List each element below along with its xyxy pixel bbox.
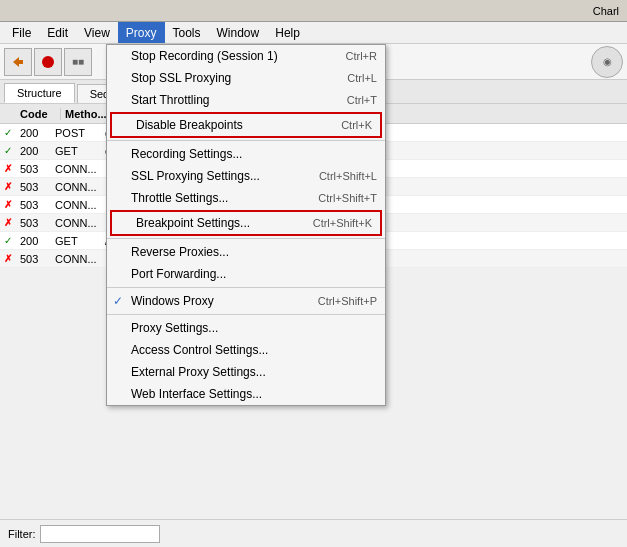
- menu-disable-breakpoints-shortcut: Ctrl+K: [341, 119, 372, 131]
- menu-reverse-proxies[interactable]: Reverse Proxies...: [107, 241, 385, 263]
- menu-windows-proxy-shortcut: Ctrl+Shift+P: [318, 295, 377, 307]
- menu-port-forwarding-label: Port Forwarding...: [131, 267, 226, 281]
- menu-recording-settings[interactable]: Recording Settings...: [107, 143, 385, 165]
- menu-breakpoint-settings[interactable]: Breakpoint Settings... Ctrl+Shift+K: [112, 212, 380, 234]
- menu-recording-settings-label: Recording Settings...: [131, 147, 242, 161]
- menu-access-control[interactable]: Access Control Settings...: [107, 339, 385, 361]
- separator-3: [107, 287, 385, 288]
- menu-stop-recording-shortcut: Ctrl+R: [346, 50, 377, 62]
- menu-throttle-settings-shortcut: Ctrl+Shift+T: [318, 192, 377, 204]
- menu-breakpoint-settings-shortcut: Ctrl+Shift+K: [313, 217, 372, 229]
- menu-start-throttling[interactable]: Start Throttling Ctrl+T: [107, 89, 385, 111]
- separator-4: [107, 314, 385, 315]
- menu-stop-ssl-shortcut: Ctrl+L: [347, 72, 377, 84]
- menu-ssl-proxying-settings-shortcut: Ctrl+Shift+L: [319, 170, 377, 182]
- menu-stop-ssl[interactable]: Stop SSL Proxying Ctrl+L: [107, 67, 385, 89]
- menu-web-interface[interactable]: Web Interface Settings...: [107, 383, 385, 405]
- proxy-dropdown-menu: Stop Recording (Session 1) Ctrl+R Stop S…: [106, 44, 386, 406]
- menu-access-control-label: Access Control Settings...: [131, 343, 268, 357]
- separator-1: [107, 140, 385, 141]
- menu-external-proxy-label: External Proxy Settings...: [131, 365, 266, 379]
- title-text: Charl: [593, 5, 619, 17]
- menu-breakpoint-settings-label: Breakpoint Settings...: [136, 216, 250, 230]
- menu-throttle-settings-label: Throttle Settings...: [131, 191, 228, 205]
- menu-disable-breakpoints[interactable]: Disable Breakpoints Ctrl+K: [112, 114, 380, 136]
- menu-start-throttling-shortcut: Ctrl+T: [347, 94, 377, 106]
- menu-proxy-settings[interactable]: Proxy Settings...: [107, 317, 385, 339]
- menu-stop-recording-label: Stop Recording (Session 1): [131, 49, 278, 63]
- menu-windows-proxy[interactable]: ✓ Windows Proxy Ctrl+Shift+P: [107, 290, 385, 312]
- menu-ssl-proxying-settings-label: SSL Proxying Settings...: [131, 169, 260, 183]
- menu-proxy-settings-label: Proxy Settings...: [131, 321, 218, 335]
- menu-ssl-proxying-settings[interactable]: SSL Proxying Settings... Ctrl+Shift+L: [107, 165, 385, 187]
- menu-port-forwarding[interactable]: Port Forwarding...: [107, 263, 385, 285]
- title-bar: Charl: [0, 0, 627, 22]
- menu-stop-ssl-label: Stop SSL Proxying: [131, 71, 231, 85]
- menu-reverse-proxies-label: Reverse Proxies...: [131, 245, 229, 259]
- menu-stop-recording[interactable]: Stop Recording (Session 1) Ctrl+R: [107, 45, 385, 67]
- menu-external-proxy[interactable]: External Proxy Settings...: [107, 361, 385, 383]
- separator-2: [107, 238, 385, 239]
- menu-web-interface-label: Web Interface Settings...: [131, 387, 262, 401]
- menu-windows-proxy-label: Windows Proxy: [131, 294, 214, 308]
- menu-throttle-settings[interactable]: Throttle Settings... Ctrl+Shift+T: [107, 187, 385, 209]
- windows-proxy-checkmark: ✓: [113, 294, 123, 308]
- dropdown-overlay: Stop Recording (Session 1) Ctrl+R Stop S…: [0, 22, 627, 547]
- menu-start-throttling-label: Start Throttling: [131, 93, 209, 107]
- menu-disable-breakpoints-label: Disable Breakpoints: [136, 118, 243, 132]
